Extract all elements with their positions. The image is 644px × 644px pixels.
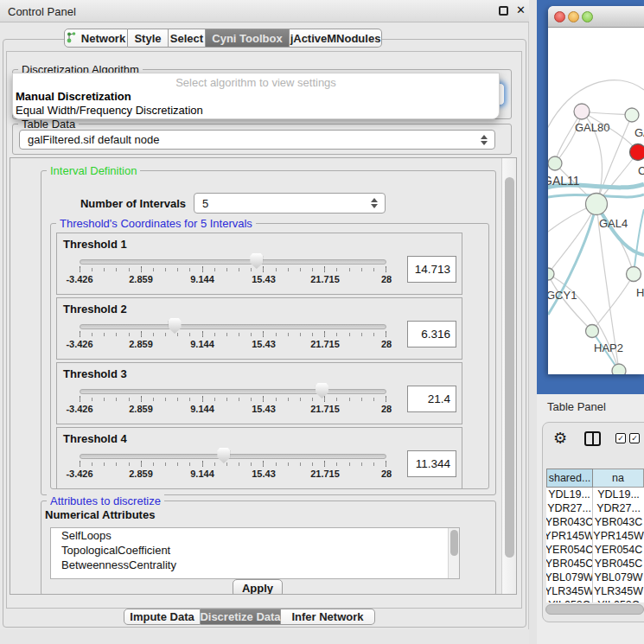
cell-name[interactable]: YDR27... (593, 501, 644, 515)
number-of-intervals-combobox[interactable]: 5 (194, 193, 386, 214)
list-scrollbar-thumb[interactable] (450, 530, 458, 556)
threshold-1-slider[interactable] (80, 259, 386, 265)
popup-option-manual[interactable]: Manual Discretization (16, 90, 131, 103)
list-item[interactable]: BetweennessCentrality (51, 558, 459, 572)
cell-shared-name[interactable]: YLR345W (546, 584, 593, 598)
threshold-4-value-field[interactable]: 11.344 (407, 450, 456, 477)
node-gal4[interactable] (586, 194, 608, 215)
close-icon[interactable]: ✕ (516, 3, 526, 16)
scale-label: 2.859 (129, 469, 153, 479)
cell-shared-name[interactable]: YER054C (546, 543, 593, 557)
scale-label: -3.426 (66, 339, 92, 349)
cell-shared-name[interactable]: YDR27... (546, 501, 593, 515)
tab-infer-network[interactable]: Infer Network (281, 609, 375, 625)
scale-label: 28 (381, 274, 392, 284)
interval-definition-title: Interval Definition (47, 164, 140, 177)
close-traffic-light-icon[interactable] (554, 11, 565, 22)
combo-spinner-icon (481, 135, 488, 145)
scale-label: 15.43 (252, 404, 276, 414)
column-header-shared-name[interactable]: shared... (546, 469, 593, 488)
tab-impute-data[interactable]: Impute Data (124, 609, 201, 625)
number-of-intervals-label: Number of Intervals (52, 197, 186, 210)
split-columns-icon[interactable] (584, 431, 601, 446)
threshold-3-slider[interactable] (80, 389, 386, 394)
cell-shared-name[interactable]: YDL19... (546, 488, 593, 501)
cell-shared-name[interactable]: YBR043C (546, 515, 593, 529)
table-row[interactable]: YER054CYER054C (546, 543, 644, 557)
gear-icon[interactable]: ⚙ (553, 429, 567, 448)
list-item[interactable]: TopologicalCoefficient (51, 543, 459, 558)
cell-name[interactable]: YER054C (593, 543, 644, 557)
combo-spinner-icon (371, 198, 378, 208)
node-ga[interactable] (625, 108, 639, 122)
threshold-3-value-field[interactable]: 21.4 (407, 386, 456, 412)
node-bottom[interactable] (612, 364, 626, 374)
float-window-icon[interactable] (499, 6, 508, 16)
apply-button[interactable]: Apply (233, 579, 283, 595)
control-panel-titlebar[interactable]: Control Panel ✕ (0, 0, 529, 22)
tab-cyni-toolbox[interactable]: Cyni Toolbox (206, 29, 290, 48)
table-row[interactable]: YBL079WYBL079W (546, 571, 644, 584)
checkbox-icon-2[interactable]: ✓ (629, 433, 640, 443)
table-row[interactable]: YDL19...YDL19... (546, 488, 644, 501)
table-row[interactable]: YPR145WYPR145W (546, 529, 644, 543)
tab-select[interactable]: Select (169, 29, 206, 48)
threshold-4-slider[interactable] (80, 454, 386, 459)
table-row[interactable]: YLR345WYLR345W (546, 584, 644, 598)
table-row[interactable]: YBR043CYBR043C (546, 515, 644, 529)
node-gal80[interactable] (574, 104, 590, 119)
table-panel-title: Table Panel (547, 400, 606, 413)
scale-label: 15.43 (252, 339, 276, 349)
tab-jactivemnodules[interactable]: jActiveMNodules (290, 29, 382, 48)
settings-scrollbar-thumb[interactable] (505, 177, 514, 558)
table-horizontal-scrollbar[interactable] (545, 604, 644, 615)
cell-name[interactable]: YDL19... (593, 488, 644, 501)
zoom-traffic-light-icon[interactable] (582, 11, 593, 22)
tab-network[interactable]: Network (64, 29, 128, 48)
popup-option-equal-width[interactable]: Equal Width/Frequency Discretization (16, 104, 203, 117)
checkbox-icon-1[interactable]: ✓ (615, 433, 626, 443)
threshold-1-value-field[interactable]: 14.713 (407, 256, 456, 283)
node-selected-red[interactable] (630, 144, 644, 161)
threshold-4-label: Threshold 4 (63, 432, 127, 445)
column-header-name[interactable]: na (593, 469, 644, 488)
table-data-combobox[interactable]: galFiltered.sif default node (19, 130, 495, 150)
scale-label: 15.43 (252, 274, 276, 284)
table-row[interactable]: YBR045CYBR045C (546, 557, 644, 571)
cell-name[interactable]: YLR345W (593, 584, 644, 598)
tab-network-label: Network (81, 32, 125, 45)
threshold-2-row: Threshold 2 -3.426 2.859 9.144 15.43 21.… (56, 297, 462, 360)
list-item[interactable]: SelfLoops (51, 528, 459, 543)
cell-name[interactable]: YIL052C (593, 598, 644, 603)
cell-shared-name[interactable]: YPR145W (546, 529, 593, 543)
table-row[interactable]: YDR27...YDR27... (546, 501, 644, 515)
cell-name[interactable]: YBR043C (593, 515, 644, 529)
table-row[interactable]: YIL052CYIL052C (546, 598, 644, 603)
network-view-window[interactable]: GAL80 GA GAL11 GAL4 GCY1 H HAP2 C (548, 6, 644, 374)
node-hap2[interactable] (586, 325, 599, 338)
cell-shared-name[interactable]: YBL079W (546, 571, 593, 584)
cell-name[interactable]: YBR045C (593, 557, 644, 571)
list-scrollbar[interactable] (448, 528, 459, 578)
minimize-traffic-light-icon[interactable] (568, 11, 579, 22)
tab-discretize-data[interactable]: Discretize Data (201, 609, 281, 625)
numerical-attributes-list[interactable]: SelfLoops TopologicalCoefficient Between… (50, 527, 460, 579)
network-canvas[interactable]: GAL80 GA GAL11 GAL4 GCY1 H HAP2 C (548, 28, 644, 374)
threshold-2-value-field[interactable]: 6.316 (407, 321, 456, 348)
cell-name[interactable]: YPR145W (593, 529, 644, 543)
node-h[interactable] (627, 267, 641, 282)
threshold-2-slider[interactable] (80, 324, 386, 329)
cell-shared-name[interactable]: YBR045C (546, 557, 593, 571)
tab-style[interactable]: Style (128, 29, 169, 48)
settings-vertical-scrollbar[interactable] (501, 158, 516, 594)
node-gal11[interactable] (548, 156, 562, 170)
node-gcy1[interactable] (548, 268, 554, 280)
tab-discretize-label: Discretize Data (200, 610, 280, 623)
table-header-row: shared... na (546, 469, 644, 488)
cell-name[interactable]: YBL079W (593, 571, 644, 584)
cell-shared-name[interactable]: YIL052C (546, 598, 593, 603)
table-horizontal-scrollbar-thumb[interactable] (545, 604, 644, 615)
network-window-titlebar[interactable] (548, 6, 644, 28)
scale-label: 2.859 (129, 404, 153, 414)
attributes-group-title: Attributes to discretize (47, 494, 164, 507)
